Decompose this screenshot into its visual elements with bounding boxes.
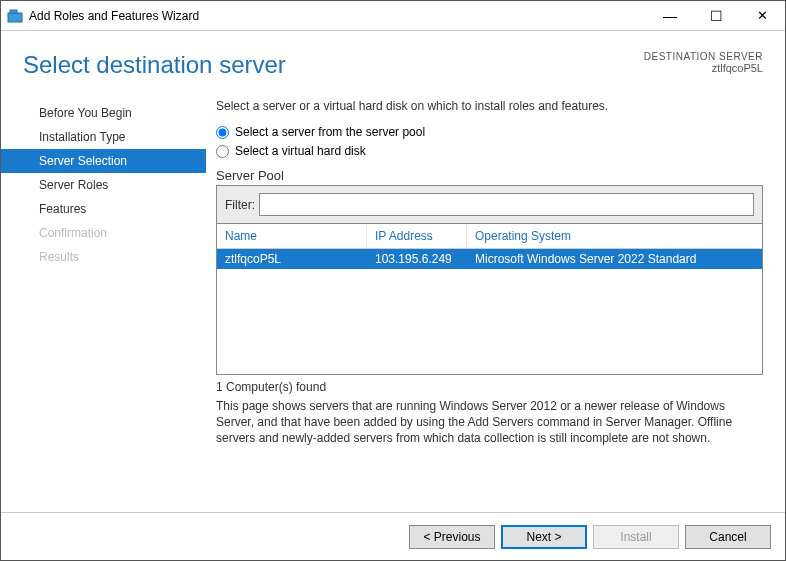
maximize-button[interactable]: ☐ — [693, 1, 739, 31]
radio-server-pool[interactable]: Select a server from the server pool — [216, 125, 763, 139]
table-header: Name IP Address Operating System — [217, 224, 762, 249]
server-pool-box: Filter: Name IP Address Operating System… — [216, 185, 763, 375]
computers-found: 1 Computer(s) found — [216, 380, 763, 394]
server-pool-label: Server Pool — [216, 168, 763, 183]
filter-label: Filter: — [225, 198, 255, 212]
next-button[interactable]: Next > — [501, 525, 587, 549]
previous-button[interactable]: < Previous — [409, 525, 495, 549]
cell-ip: 103.195.6.249 — [367, 249, 467, 269]
step-server-selection[interactable]: Server Selection — [1, 149, 206, 173]
instruction-text: Select a server or a virtual hard disk o… — [216, 99, 763, 113]
step-before-you-begin[interactable]: Before You Begin — [1, 101, 206, 125]
titlebar: Add Roles and Features Wizard — ☐ ✕ — [1, 1, 785, 31]
cancel-button[interactable]: Cancel — [685, 525, 771, 549]
svg-rect-1 — [10, 10, 17, 13]
step-features[interactable]: Features — [1, 197, 206, 221]
col-header-ip[interactable]: IP Address — [367, 224, 467, 248]
minimize-button[interactable]: — — [647, 1, 693, 31]
radio-server-pool-input[interactable] — [216, 126, 229, 139]
step-confirmation: Confirmation — [1, 221, 206, 245]
page-title: Select destination server — [23, 51, 286, 79]
radio-server-pool-label: Select a server from the server pool — [235, 125, 425, 139]
close-button[interactable]: ✕ — [739, 1, 785, 31]
radio-vhd-label: Select a virtual hard disk — [235, 144, 366, 158]
wizard-steps-sidebar: Before You Begin Installation Type Serve… — [1, 89, 206, 447]
table-body: ztlfqcoP5L 103.195.6.249 Microsoft Windo… — [217, 249, 762, 374]
radio-vhd-input[interactable] — [216, 145, 229, 158]
col-header-os[interactable]: Operating System — [467, 224, 762, 248]
install-button: Install — [593, 525, 679, 549]
page-header: Select destination server DESTINATION SE… — [1, 31, 785, 89]
wizard-footer: < Previous Next > Install Cancel — [1, 512, 785, 560]
window-title: Add Roles and Features Wizard — [29, 9, 647, 23]
main-panel: Select a server or a virtual hard disk o… — [206, 89, 785, 447]
filter-input[interactable] — [259, 193, 754, 216]
page-description: This page shows servers that are running… — [216, 398, 763, 447]
svg-rect-0 — [8, 13, 22, 22]
destination-name: ztlfqcoP5L — [644, 62, 763, 74]
step-results: Results — [1, 245, 206, 269]
radio-virtual-hard-disk[interactable]: Select a virtual hard disk — [216, 144, 763, 158]
destination-block: DESTINATION SERVER ztlfqcoP5L — [644, 51, 763, 79]
col-header-name[interactable]: Name — [217, 224, 367, 248]
step-installation-type[interactable]: Installation Type — [1, 125, 206, 149]
filter-row: Filter: — [217, 186, 762, 224]
table-row[interactable]: ztlfqcoP5L 103.195.6.249 Microsoft Windo… — [217, 249, 762, 269]
destination-label: DESTINATION SERVER — [644, 51, 763, 62]
cell-name: ztlfqcoP5L — [217, 249, 367, 269]
app-icon — [7, 8, 23, 24]
cell-os: Microsoft Windows Server 2022 Standard — [467, 249, 762, 269]
step-server-roles[interactable]: Server Roles — [1, 173, 206, 197]
server-table: Name IP Address Operating System ztlfqco… — [217, 224, 762, 374]
